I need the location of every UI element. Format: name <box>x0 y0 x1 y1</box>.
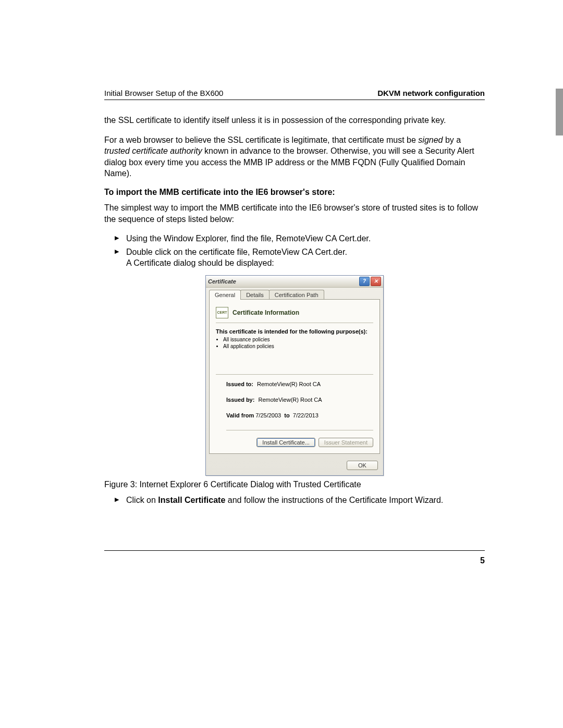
issued-to-row: Issued to: RemoteView(R) Root CA <box>226 381 373 387</box>
paragraph-ssl: the SSL certificate to identify itself u… <box>104 115 485 126</box>
steps-list-1: Using the Window Explorer, find the file… <box>104 233 485 269</box>
dialog-title: Certificate <box>208 278 236 285</box>
dialog-titlebar: Certificate ? ✕ <box>206 276 383 288</box>
valid-to-label: to <box>284 412 289 418</box>
dialog-tabs: General Details Certification Path <box>206 288 383 300</box>
help-icon[interactable]: ? <box>359 277 370 286</box>
text: Click on <box>126 496 158 504</box>
valid-row: Valid from 7/25/2003 to 7/22/2013 <box>226 412 373 430</box>
list-item: Click on Install Certificate and follow … <box>115 495 485 506</box>
footer-rule <box>104 550 485 551</box>
dialog-footer: OK <box>206 458 383 475</box>
tab-details[interactable]: Details <box>240 290 270 300</box>
header-right: DKVM network configuration <box>377 89 485 97</box>
text-bold: Install Certificate <box>158 496 225 504</box>
issued-by-row: Issued by: RemoteView(R) Root CA <box>226 397 373 403</box>
certificate-dialog: Certificate ? ✕ General Details Certific… <box>205 275 384 476</box>
document-page: Initial Browser Setup of the BX600 DKVM … <box>0 0 563 728</box>
paragraph-trust: For a web browser to believe the SSL cer… <box>104 134 485 179</box>
valid-from-label: Valid from <box>226 412 254 418</box>
section-title: To import the MMB certificate into the I… <box>104 188 485 197</box>
dialog-figure: Certificate ? ✕ General Details Certific… <box>104 275 485 476</box>
close-icon[interactable]: ✕ <box>371 277 381 286</box>
paragraph-import-intro: The simplest way to import the MMB certi… <box>104 202 485 225</box>
info-title-row: CERT Certificate Information <box>216 306 373 323</box>
header-left: Initial Browser Setup of the BX600 <box>104 89 223 97</box>
issued-to-label: Issued to: <box>226 381 253 387</box>
tab-panel-general: CERT Certificate Information This certif… <box>209 299 380 454</box>
intended-label: This certificate is intended for the fol… <box>216 328 373 335</box>
page-header: Initial Browser Setup of the BX600 DKVM … <box>104 89 485 100</box>
body-text: the SSL certificate to identify itself u… <box>104 115 485 506</box>
info-title: Certificate Information <box>232 309 299 316</box>
list-item: All issuance policies <box>223 337 373 342</box>
ok-button[interactable]: OK <box>347 461 378 470</box>
issued-by-label: Issued by: <box>226 397 254 403</box>
list-item: All application policies <box>223 343 373 349</box>
list-item: Using the Window Explorer, find the file… <box>115 233 485 244</box>
install-certificate-button[interactable]: Install Certificate... <box>256 438 315 447</box>
panel-buttons: Install Certificate... Issuer Statement <box>216 438 373 447</box>
text: and follow the instructions of the Certi… <box>225 496 443 504</box>
certificate-icon: CERT <box>216 307 228 318</box>
page-number: 5 <box>480 556 485 565</box>
tab-certification-path[interactable]: Certification Path <box>269 290 324 300</box>
purposes-list: All issuance policies All application po… <box>223 337 373 349</box>
text: For a web browser to believe the SSL cer… <box>104 135 418 144</box>
text: by a <box>443 135 461 144</box>
text-tca: trusted certificate authority <box>104 146 202 155</box>
figure-caption: Figure 3: Internet Explorer 6 Certificat… <box>104 480 485 489</box>
issued-by-value: RemoteView(R) Root CA <box>258 397 322 403</box>
issued-to-value: RemoteView(R) Root CA <box>257 381 321 387</box>
text: Double click on the certificate file, Re… <box>126 248 347 256</box>
tab-general[interactable]: General <box>209 290 241 300</box>
list-item: Double click on the certificate file, Re… <box>115 246 485 269</box>
valid-to-value: 7/22/2013 <box>293 412 319 418</box>
text: A Certificate dialog should be displayed… <box>126 258 274 267</box>
valid-from-value: 7/25/2003 <box>255 412 281 418</box>
text-signed: signed <box>418 135 443 144</box>
steps-list-2: Click on Install Certificate and follow … <box>104 495 485 506</box>
spacer-rule <box>216 350 373 375</box>
issuer-statement-button: Issuer Statement <box>319 438 373 447</box>
